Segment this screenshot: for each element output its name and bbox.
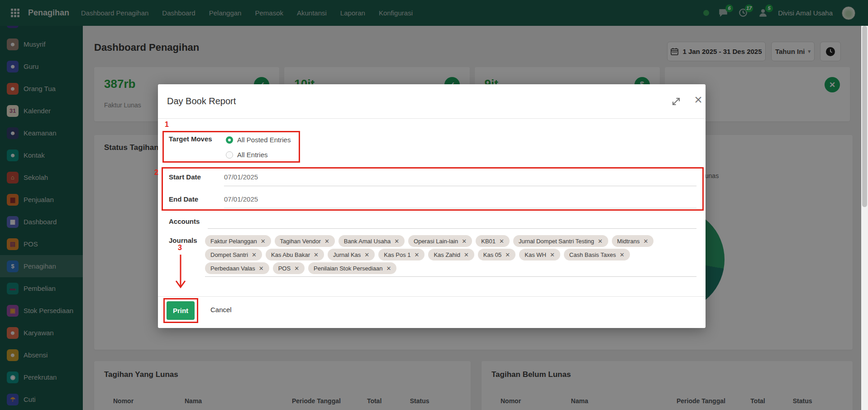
remove-tag-icon[interactable]: ✕ (415, 251, 420, 258)
annotation-1: 1 (165, 121, 169, 129)
journal-tag[interactable]: Penilaian Stok Persediaan✕ (308, 262, 396, 274)
journal-tag[interactable]: Jurnal Kas✕ (328, 249, 375, 260)
modal-title: Day Book Report (167, 96, 236, 106)
journal-tag[interactable]: Jurnal Dompet Santri Testing✕ (513, 235, 608, 247)
journals-tags: Faktur Pelanggan✕Tagihan Vendor✕Bank Ama… (205, 235, 703, 276)
radio-selected-icon (226, 136, 233, 144)
accounts-input[interactable] (208, 228, 696, 229)
annotation-arrow-3 (174, 254, 187, 294)
journal-tag[interactable]: Kas WH✕ (519, 249, 560, 260)
remove-tag-icon[interactable]: ✕ (324, 238, 329, 245)
annotation-3: 3 (178, 244, 182, 252)
print-button[interactable]: Print (167, 301, 195, 320)
annotation-2: 2 (154, 169, 158, 177)
remove-tag-icon[interactable]: ✕ (394, 238, 399, 245)
journal-tag[interactable]: Kas Abu Bakar✕ (266, 249, 324, 260)
journal-tag[interactable]: KB01✕ (476, 235, 510, 247)
remove-tag-icon[interactable]: ✕ (464, 251, 469, 258)
journals-label: Journals (169, 236, 197, 244)
remove-tag-icon[interactable]: ✕ (259, 265, 264, 272)
remove-tag-icon[interactable]: ✕ (550, 251, 555, 258)
remove-tag-icon[interactable]: ✕ (261, 238, 266, 245)
scrollbar-thumb[interactable] (862, 26, 867, 207)
app-root: Penagihan Dashboard PenagihanDashboardPe… (0, 0, 868, 410)
remove-tag-icon[interactable]: ✕ (314, 251, 319, 258)
remove-tag-icon[interactable]: ✕ (364, 251, 369, 258)
journal-tag[interactable]: Kas Zahid✕ (428, 249, 474, 260)
end-date-input[interactable]: 07/01/2025 (224, 195, 258, 203)
remove-tag-icon[interactable]: ✕ (462, 238, 467, 245)
journal-tag[interactable]: Tagihan Vendor✕ (275, 235, 335, 247)
journal-tag[interactable]: Perbedaan Valas✕ (205, 262, 269, 274)
journal-tag[interactable]: Cash Basis Taxes✕ (564, 249, 630, 260)
journal-tag-row: Perbedaan Valas✕POS✕Penilaian Stok Perse… (205, 262, 703, 274)
journal-tag[interactable]: Midtrans✕ (612, 235, 654, 247)
end-date-label: End Date (169, 195, 198, 203)
end-date-underline (224, 208, 696, 208)
start-date-label: Start Date (169, 173, 201, 181)
remove-tag-icon[interactable]: ✕ (643, 238, 648, 245)
journal-tag[interactable]: Operasi Lain-lain✕ (408, 235, 472, 247)
remove-tag-icon[interactable]: ✕ (499, 238, 504, 245)
day-book-report-modal: Day Book Report × 1 Target Moves All Pos… (158, 84, 706, 328)
remove-tag-icon[interactable]: ✕ (294, 265, 299, 272)
journal-tag[interactable]: Dompet Santri✕ (205, 249, 262, 260)
target-moves-label: Target Moves (169, 135, 212, 143)
expand-icon[interactable] (671, 96, 682, 107)
radio-unselected-icon (226, 151, 233, 159)
start-date-underline (224, 186, 696, 186)
journals-underline (205, 276, 696, 277)
journal-tag[interactable]: Kas 05✕ (478, 249, 515, 260)
close-icon[interactable]: × (692, 92, 705, 107)
remove-tag-icon[interactable]: ✕ (505, 251, 510, 258)
journal-tag[interactable]: POS✕ (273, 262, 305, 274)
journal-tag[interactable]: Faktur Pelanggan✕ (205, 235, 271, 247)
cancel-button[interactable]: Cancel (210, 306, 232, 314)
radio-all-posted-entries[interactable]: All Posted Entries (226, 136, 291, 144)
remove-tag-icon[interactable]: ✕ (386, 265, 391, 272)
journal-tag[interactable]: Kas Pos 1✕ (378, 249, 424, 260)
radio-all-entries[interactable]: All Entries (226, 151, 268, 159)
modal-footer-divider (158, 296, 706, 297)
modal-header-divider (158, 118, 706, 119)
remove-tag-icon[interactable]: ✕ (252, 251, 257, 258)
remove-tag-icon[interactable]: ✕ (598, 238, 603, 245)
page-scrollbar (861, 26, 868, 410)
remove-tag-icon[interactable]: ✕ (620, 251, 625, 258)
start-date-input[interactable]: 07/01/2025 (224, 173, 258, 181)
journal-tag-row: Dompet Santri✕Kas Abu Bakar✕Jurnal Kas✕K… (205, 249, 703, 260)
journal-tag[interactable]: Bank Amal Usaha✕ (339, 235, 405, 247)
accounts-label: Accounts (169, 217, 200, 225)
journal-tag-row: Faktur Pelanggan✕Tagihan Vendor✕Bank Ama… (205, 235, 703, 247)
